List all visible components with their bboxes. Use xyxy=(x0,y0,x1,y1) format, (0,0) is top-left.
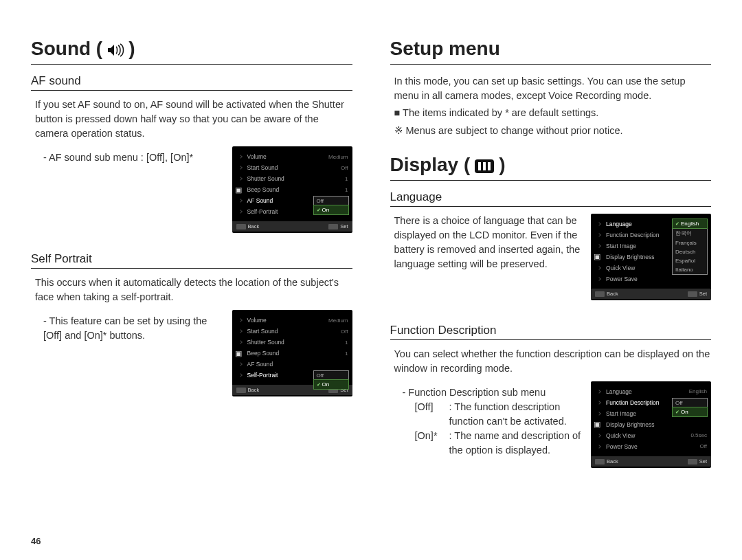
setup-bullet-2-text: Menus are subject to change without prio… xyxy=(406,125,623,136)
lcd-footer: BackSet xyxy=(591,456,711,467)
lcd-set-label: Set xyxy=(328,223,348,229)
lcd-option: Italiano xyxy=(673,265,707,274)
lcd-options-popup: English한국어FrançaisDeutschEspañolItaliano xyxy=(672,219,708,275)
lcd-row-value: Medium xyxy=(328,154,348,160)
lcd-row: VolumeMedium xyxy=(232,315,352,326)
lcd-row: Shutter Sound1 xyxy=(232,173,352,184)
setup-bullet-2: ※ Menus are subject to change without pr… xyxy=(394,124,712,139)
right-column: Setup menu In this mode, you can set up … xyxy=(390,38,712,546)
af-sound-submenu: - AF sound sub menu : [Off], [On]* xyxy=(43,150,223,165)
lcd-footer: BackSet xyxy=(232,221,352,232)
setup-bullet-1-text: The items indicated by * are default set… xyxy=(403,107,598,118)
self-portrait-body: This occurs when it automatically detect… xyxy=(35,276,352,304)
lcd-row-value: 1 xyxy=(345,339,348,346)
self-portrait-lcd: VolumeMediumStart SoundOffShutter Sound1… xyxy=(232,310,352,396)
lcd-footer: BackSet xyxy=(591,289,711,299)
fd-option-off: [Off] : The function description functio… xyxy=(415,400,582,429)
lcd-option: On xyxy=(313,205,349,215)
lcd-row-value: Off xyxy=(341,328,348,335)
lcd-row: AF Sound xyxy=(232,359,352,370)
lcd-row: Quick View0.5sec xyxy=(591,430,711,441)
lcd-back-label: Back xyxy=(595,458,618,464)
lcd-row: Shutter Sound1 xyxy=(232,337,352,348)
function-description-lcd: LanguageEnglishFunction DescriptionStart… xyxy=(591,381,711,468)
lcd-row-label: Display Brightness xyxy=(606,421,707,428)
lcd-row-label: Beep Sound xyxy=(247,350,346,357)
function-description-body: You can select whether the function desc… xyxy=(394,347,712,376)
lcd-row-label: Power Save xyxy=(606,443,699,450)
lcd-row-value: Off xyxy=(341,165,348,171)
lcd-row-label: Volume xyxy=(247,317,329,324)
svg-rect-3 xyxy=(488,162,491,170)
lcd-option: 한국어 xyxy=(673,228,707,238)
lcd-row-value: Medium xyxy=(328,317,348,324)
display-heading-close: ) xyxy=(499,154,505,176)
lcd-row-label: AF Sound xyxy=(247,361,348,368)
lcd-back-label: Back xyxy=(236,387,260,393)
lcd-row-value: 1 xyxy=(345,176,348,182)
svg-rect-2 xyxy=(483,162,486,170)
lcd-option: On xyxy=(313,379,349,390)
language-title: Language xyxy=(390,190,712,207)
sound-heading-text: Sound ( xyxy=(31,38,102,60)
self-portrait-title: Self Portrait xyxy=(31,252,352,269)
page-number: 46 xyxy=(31,536,41,546)
lcd-option: English xyxy=(672,219,708,229)
lcd-row-label: Start Sound xyxy=(247,328,341,335)
lcd-option: Español xyxy=(673,256,707,265)
lcd-row-label: Quick View xyxy=(606,432,690,439)
language-lcd: LanguageFunction DescriptionStart Image▣… xyxy=(591,214,711,300)
lcd-row: Start SoundOff xyxy=(232,326,352,337)
lcd-options-popup: OffOn xyxy=(313,370,349,390)
lcd-row-label: Power Save xyxy=(606,276,707,282)
lcd-back-label: Back xyxy=(236,223,260,229)
fd-off-label: [Off] xyxy=(415,400,449,429)
setup-body: In this mode, you can set up basic setti… xyxy=(394,74,712,103)
lcd-option: On xyxy=(672,407,708,417)
lcd-options-popup: OffOn xyxy=(672,398,708,417)
lcd-set-label: Set xyxy=(688,291,707,297)
sound-heading: Sound ( ) xyxy=(31,38,352,65)
fd-off-text: : The function description function can'… xyxy=(449,400,582,429)
lcd-side-icon: ▣ xyxy=(594,252,600,261)
lcd-row: Power SaveOff xyxy=(591,441,711,452)
lcd-row: ▣Beep Sound1 xyxy=(232,184,352,195)
left-column: Sound ( ) AF sound If you set AF sound t… xyxy=(31,38,352,546)
display-heading: Display ( ) xyxy=(390,154,712,181)
lcd-row-value: 0.5sec xyxy=(690,432,707,438)
display-heading-text: Display ( xyxy=(390,154,471,176)
lcd-option: Français xyxy=(673,238,707,247)
fd-option-on: [On]* : The name and description of the … xyxy=(415,429,582,458)
af-sound-body: If you set AF sound to on, AF sound will… xyxy=(35,98,352,141)
setup-heading: Setup menu xyxy=(390,38,712,65)
fd-on-text: : The name and description of the option… xyxy=(449,429,582,458)
af-sound-title: AF sound xyxy=(31,74,352,91)
display-icon xyxy=(474,159,495,174)
language-body: There is a choice of language that can b… xyxy=(394,214,582,271)
lcd-side-icon: ▣ xyxy=(594,420,600,429)
lcd-row: VolumeMedium xyxy=(232,151,352,162)
function-description-title: Function Description xyxy=(390,324,712,340)
lcd-row: ▣Beep Sound1 xyxy=(232,348,352,359)
lcd-row: Start SoundOff xyxy=(232,162,352,173)
setup-bullet-1: ■ The items indicated by * are default s… xyxy=(394,106,712,121)
lcd-row-label: Shutter Sound xyxy=(247,175,346,182)
fd-submenu: - Function Description sub menu xyxy=(403,385,582,400)
reference-mark-icon: ※ xyxy=(394,125,406,136)
self-portrait-submenu: - This feature can be set by using the [… xyxy=(43,314,223,343)
lcd-row-label: Volume xyxy=(247,153,329,160)
lcd-options-popup: OffOn xyxy=(313,196,349,215)
lcd-row-label: Beep Sound xyxy=(247,186,346,193)
sound-icon xyxy=(106,43,124,58)
lcd-option: Deutsch xyxy=(673,247,707,256)
sound-heading-close: ) xyxy=(128,38,135,60)
lcd-row: Power Save xyxy=(591,273,711,284)
bullet-square-icon: ■ xyxy=(394,107,403,118)
lcd-set-label: Set xyxy=(688,458,707,464)
lcd-row-label: Language xyxy=(606,388,689,395)
lcd-row: LanguageEnglish xyxy=(591,386,711,397)
lcd-row-value: 1 xyxy=(345,187,348,193)
lcd-row-label: Shutter Sound xyxy=(247,339,346,346)
lcd-row: ▣Display Brightness xyxy=(591,419,711,430)
lcd-row-label: Start Sound xyxy=(247,164,341,171)
